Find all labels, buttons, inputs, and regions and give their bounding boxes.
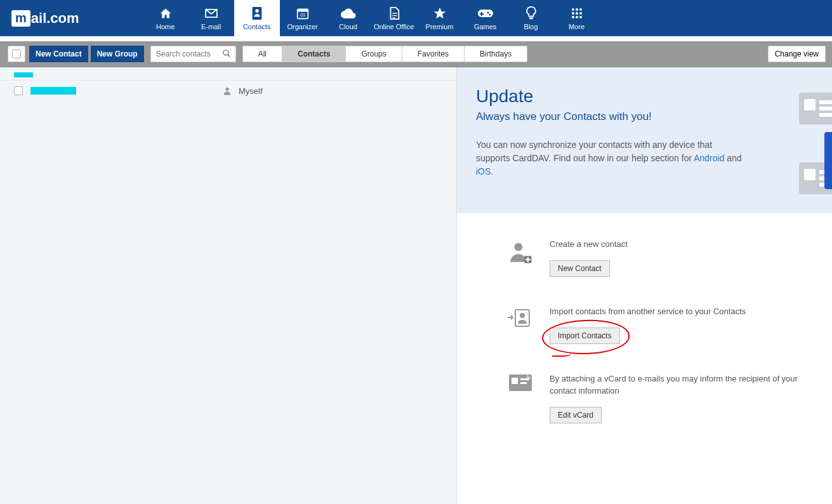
svg-point-12 bbox=[579, 8, 582, 11]
ios-link[interactable]: iOS bbox=[476, 166, 491, 176]
redacted-group-header bbox=[14, 72, 33, 77]
svg-rect-27 bbox=[520, 378, 529, 380]
filter-groups[interactable]: Groups bbox=[346, 46, 402, 62]
cloud-icon bbox=[341, 6, 356, 20]
group-header bbox=[0, 67, 456, 80]
nav-label: Home bbox=[156, 23, 175, 30]
svg-text:03: 03 bbox=[300, 13, 305, 17]
svg-point-1 bbox=[255, 9, 259, 12]
nav-premium[interactable]: Premium bbox=[417, 0, 463, 36]
filter-birthdays[interactable]: Birthdays bbox=[465, 46, 527, 62]
change-view-button[interactable]: Change view bbox=[768, 46, 826, 62]
nav-items: Home E-mail Contacts 03 Organizer Cloud bbox=[143, 0, 600, 36]
contact-row[interactable]: Myself bbox=[0, 80, 456, 101]
brand-prefix: m bbox=[11, 10, 30, 27]
vcard-block: By attaching a vCard to e-mails you may … bbox=[501, 373, 813, 423]
svg-point-17 bbox=[576, 16, 578, 18]
document-icon bbox=[386, 6, 402, 20]
nav-label: Cloud bbox=[339, 23, 357, 30]
svg-point-24 bbox=[520, 313, 525, 318]
svg-rect-3 bbox=[297, 9, 308, 11]
edit-vcard-button[interactable]: Edit vCard bbox=[550, 407, 602, 423]
svg-point-20 bbox=[225, 88, 228, 91]
detail-pane: Update Always have your Contacts with yo… bbox=[457, 67, 832, 504]
action-blocks: Create a new contact New Contact Import … bbox=[457, 213, 832, 472]
update-body: You can now synchronize your contacts wi… bbox=[476, 138, 743, 178]
annotation-tail bbox=[552, 349, 571, 357]
import-contacts-block: Import contacts from another service to … bbox=[501, 306, 813, 344]
svg-point-11 bbox=[576, 8, 578, 11]
home-icon bbox=[158, 6, 173, 20]
contact-list-pane: Myself bbox=[0, 67, 457, 504]
vcard-text: By attaching a vCard to e-mails you may … bbox=[550, 373, 813, 396]
contact-checkbox[interactable] bbox=[14, 86, 23, 95]
search-wrap bbox=[150, 46, 236, 62]
nav-email[interactable]: E-mail bbox=[188, 0, 234, 36]
star-icon bbox=[432, 6, 447, 20]
update-panel: Update Always have your Contacts with yo… bbox=[457, 67, 832, 213]
filter-contacts[interactable]: Contacts bbox=[282, 46, 346, 62]
nav-online-office[interactable]: Online Office bbox=[371, 0, 417, 36]
svg-point-18 bbox=[579, 16, 582, 18]
grid-icon bbox=[569, 6, 584, 20]
nav-label: Blog bbox=[524, 23, 538, 30]
nav-organizer[interactable]: 03 Organizer bbox=[280, 0, 326, 36]
contact-card-blue-icon bbox=[824, 132, 832, 189]
nav-games[interactable]: Games bbox=[463, 0, 508, 36]
svg-point-16 bbox=[572, 16, 574, 18]
new-contact-action-button[interactable]: New Contact bbox=[550, 260, 610, 277]
address-book-icon bbox=[249, 6, 265, 20]
update-title: Update bbox=[476, 86, 813, 107]
select-all-checkbox[interactable] bbox=[8, 46, 25, 62]
brand-logo[interactable]: m ail.com bbox=[11, 10, 79, 27]
import-icon bbox=[501, 306, 539, 344]
myself-label: Myself bbox=[239, 86, 263, 96]
gamepad-icon bbox=[478, 6, 493, 20]
filter-all[interactable]: All bbox=[243, 46, 282, 62]
nav-label: More bbox=[569, 23, 584, 30]
import-contacts-button[interactable]: Import Contacts bbox=[550, 328, 620, 344]
svg-rect-9 bbox=[529, 17, 533, 19]
svg-point-7 bbox=[487, 11, 489, 13]
brand-rest: ail.com bbox=[31, 10, 79, 27]
nav-label: Online Office bbox=[374, 23, 414, 30]
search-icon bbox=[222, 49, 232, 59]
nav-contacts[interactable]: Contacts bbox=[234, 0, 280, 36]
svg-point-21 bbox=[515, 243, 523, 251]
svg-point-14 bbox=[576, 12, 578, 15]
create-contact-text: Create a new contact bbox=[550, 239, 813, 250]
svg-rect-6 bbox=[480, 13, 484, 15]
new-contact-button[interactable]: New Contact bbox=[29, 46, 88, 62]
svg-point-13 bbox=[572, 12, 574, 15]
svg-rect-0 bbox=[252, 6, 261, 19]
import-contacts-text: Import contacts from another service to … bbox=[550, 306, 813, 317]
nav-label: Contacts bbox=[243, 23, 270, 30]
person-plus-icon bbox=[501, 239, 539, 277]
contact-myself: Myself bbox=[222, 86, 263, 96]
new-group-button[interactable]: New Group bbox=[91, 46, 144, 62]
contact-card-icon bbox=[799, 93, 832, 124]
lightbulb-icon bbox=[524, 6, 539, 20]
nav-home[interactable]: Home bbox=[143, 0, 188, 36]
card-decor bbox=[799, 93, 832, 202]
toolbar: New Contact New Group All Contacts Group… bbox=[0, 41, 832, 67]
svg-rect-28 bbox=[520, 382, 527, 384]
calendar-icon: 03 bbox=[295, 6, 310, 20]
nav-cloud[interactable]: Cloud bbox=[326, 0, 371, 36]
nav-label: Organizer bbox=[287, 23, 317, 30]
main-area: Myself Update Always have your Contacts … bbox=[0, 67, 832, 504]
android-link[interactable]: Android bbox=[694, 153, 724, 163]
nav-label: Premium bbox=[426, 23, 454, 30]
filter-favorites[interactable]: Favorites bbox=[402, 46, 465, 62]
svg-point-15 bbox=[579, 12, 582, 15]
update-subtitle: Always have your Contacts with you! bbox=[476, 110, 813, 123]
vcard-icon bbox=[501, 373, 539, 423]
top-navigation: m ail.com Home E-mail Contacts 03 Or bbox=[0, 0, 832, 36]
nav-label: E-mail bbox=[201, 23, 221, 30]
nav-more[interactable]: More bbox=[554, 0, 600, 36]
nav-label: Games bbox=[474, 23, 496, 30]
nav-blog[interactable]: Blog bbox=[508, 0, 554, 36]
envelope-icon bbox=[204, 6, 219, 20]
svg-point-10 bbox=[572, 8, 574, 11]
redacted-contact-name bbox=[30, 87, 76, 95]
